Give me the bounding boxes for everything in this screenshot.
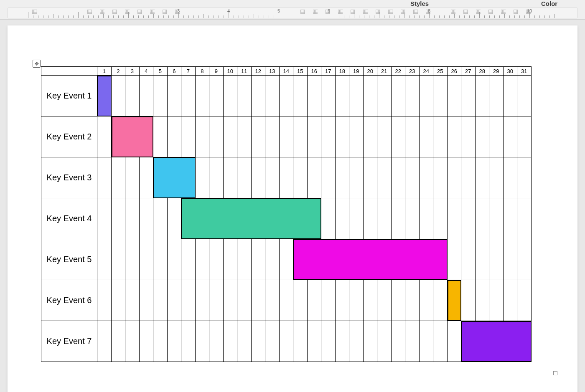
grid-cell: [252, 239, 266, 280]
grid-cell: [293, 239, 308, 280]
grid-cell: [168, 157, 182, 198]
grid-cell: [181, 157, 196, 198]
grid-cell: [140, 280, 154, 321]
table-resize-handle-icon[interactable]: [553, 371, 557, 375]
header-day: 11: [237, 66, 252, 76]
grid-cell: [209, 76, 224, 116]
grid-cell: [489, 157, 504, 198]
header-day: 4: [140, 66, 154, 76]
grid-cell: [321, 280, 336, 321]
grid-cell: [476, 280, 490, 321]
header-day: 29: [489, 66, 504, 76]
header-empty: [41, 66, 97, 76]
grid-cell: [308, 321, 322, 362]
grid-cell: [181, 198, 196, 239]
color-label: Color: [541, 0, 557, 7]
grid-cell: [237, 280, 252, 321]
grid-cell: [280, 116, 294, 157]
grid-cell: [420, 76, 434, 116]
grid-cell: [140, 157, 154, 198]
grid-cell: [153, 280, 168, 321]
grid-cell: [168, 198, 182, 239]
grid-cell: [392, 239, 406, 280]
grid-cell: [364, 239, 378, 280]
header-day: 7: [181, 66, 196, 76]
grid-cell: [112, 198, 126, 239]
grid-cell: [280, 280, 294, 321]
ruler-tab-icon: [150, 10, 155, 14]
grid-cell: [168, 280, 182, 321]
grid-cell: [377, 76, 392, 116]
grid-cell: [420, 198, 434, 239]
row-label: Key Event 4: [41, 198, 97, 239]
header-day: 1: [97, 66, 112, 76]
header-day: 8: [196, 66, 210, 76]
gantt-table[interactable]: 1234567891011121314151617181920212223242…: [41, 66, 532, 362]
grid-cell: [153, 116, 168, 157]
grid-cell: [308, 198, 322, 239]
grid-cell: [461, 157, 476, 198]
ruler[interactable]: 3456810: [8, 8, 577, 18]
grid-cell: [349, 280, 364, 321]
grid-cell: [112, 116, 126, 157]
grid-cell: [97, 157, 112, 198]
grid-cell: [265, 76, 280, 116]
grid-cell: [168, 76, 182, 116]
grid-cell: [265, 321, 280, 362]
grid-cell: [153, 157, 168, 198]
grid-cell: [97, 280, 112, 321]
grid-cell: [308, 157, 322, 198]
grid-cell: [336, 280, 350, 321]
grid-cell: [364, 157, 378, 198]
grid-cell: [504, 116, 518, 157]
ruler-tab-icon: [338, 10, 343, 14]
grid-cell: [420, 116, 434, 157]
grid-cell: [280, 157, 294, 198]
ruler-tab-icon: [413, 10, 418, 14]
grid-cell: [489, 321, 504, 362]
ruler-tab-icon: [112, 10, 117, 14]
grid-cell: [196, 198, 210, 239]
ruler-tab-icon: [401, 10, 405, 14]
grid-cell: [392, 280, 406, 321]
grid-cell: [364, 76, 378, 116]
grid-cell: [504, 280, 518, 321]
grid-cell: [476, 321, 490, 362]
ruler-tab-icon: [351, 10, 355, 14]
grid-cell: [476, 157, 490, 198]
grid-cell: [168, 239, 182, 280]
grid-cell: [392, 321, 406, 362]
grid-cell: [125, 198, 140, 239]
grid-cell: [489, 280, 504, 321]
grid-cell: [321, 198, 336, 239]
header-day: 25: [433, 66, 448, 76]
grid-cell: [252, 157, 266, 198]
row-label: Key Event 5: [41, 239, 97, 280]
header-day: 24: [420, 66, 434, 76]
grid-cell: [153, 76, 168, 116]
grid-cell: [504, 198, 518, 239]
grid-cell: [448, 76, 462, 116]
ruler-number: 4: [227, 8, 230, 13]
grid-cell: [97, 321, 112, 362]
grid-cell: [265, 280, 280, 321]
grid-cell: [224, 321, 238, 362]
grid-cell: [405, 280, 420, 321]
grid-cell: [280, 198, 294, 239]
grid-cell: [336, 239, 350, 280]
grid-cell: [461, 280, 476, 321]
ruler-number: 5: [277, 8, 280, 13]
grid-cell: [181, 239, 196, 280]
grid-cell: [489, 76, 504, 116]
grid-cell: [433, 76, 448, 116]
grid-cell: [181, 76, 196, 116]
ruler-tab-icon: [451, 10, 455, 14]
ruler-tab-icon: [125, 10, 130, 14]
grid-cell: [168, 321, 182, 362]
grid-cell: [308, 280, 322, 321]
grid-cell: [476, 198, 490, 239]
header-day: 2: [112, 66, 126, 76]
grid-cell: [209, 280, 224, 321]
header-day: 15: [293, 66, 308, 76]
table-move-handle-icon[interactable]: ✥: [33, 60, 41, 68]
